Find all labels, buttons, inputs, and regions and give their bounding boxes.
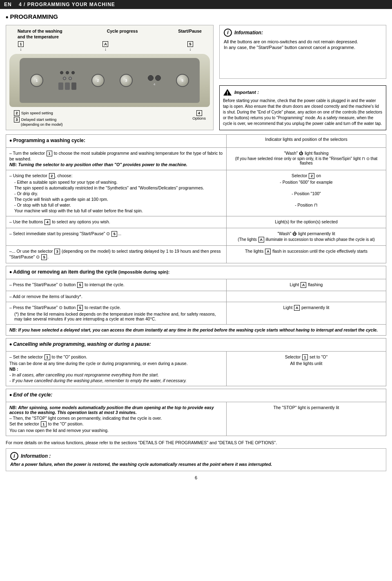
bottom-info-title: i Information : (10, 452, 382, 460)
led-4 (63, 77, 66, 80)
svg-text:!: ! (227, 91, 228, 96)
prog-row2-right: Selector 2 on - Position "600" for examp… (226, 170, 386, 216)
bottom-num4: 4 (196, 110, 202, 116)
label-startpause: Start/Pause (178, 29, 202, 40)
knob-3: 3 (120, 74, 133, 87)
adding-row-3: – Press the "Start/Pause" ⊙ button 5 to … (6, 302, 386, 325)
led-row-bottom (63, 77, 72, 80)
label-cycle: Cycle progress (107, 29, 138, 40)
prog-row-1: – Turn the selector 1 to choose the most… (6, 148, 386, 170)
adding-table: • Adding or removing an item during the … (6, 266, 386, 336)
cancelling-row1-right: Selector 1 set to "O" All the lights unl… (226, 352, 386, 386)
adding-nb-row: NB: If you have selected a delayed start… (6, 325, 386, 336)
section-label: 4 / PROGRAMMING YOUR MACHINE (19, 2, 115, 7)
prog-row5-left: –... Or use the selector 3 (depending on… (6, 246, 227, 263)
prog-row3-right: Light(s) for the option(s) selected (226, 216, 386, 228)
adding-row3-left: – Press the "Start/Pause" ⊙ button 5 to … (6, 302, 227, 325)
warning-title: ! Important : (223, 88, 383, 96)
diagram-num1: 1 (18, 41, 24, 47)
adding-row2-right (226, 291, 386, 302)
important-text: Before starting your machine, check that… (223, 98, 383, 127)
adding-nb: NB: If you have selected a delayed start… (6, 325, 386, 336)
bottom-text: For more details on the various function… (6, 440, 386, 445)
bullet-icon: • (6, 13, 8, 21)
warning-triangle-icon: ! (223, 88, 232, 96)
adding-row3-right: Light A permanently lit (226, 302, 386, 325)
diagram-box: Nature of the washing and the temperatur… (6, 25, 214, 130)
adding-row1-right: Light A flashing (226, 279, 386, 291)
end-cycle-header-row: • End of the cycle: (6, 389, 386, 402)
info-icon: i (224, 29, 232, 37)
end-cycle-left: NB: After spinning, some models automati… (6, 402, 227, 436)
main-content: • PROGRAMMING Nature of the washing and … (0, 9, 392, 484)
knob-1: 1 (30, 74, 43, 87)
prog-row4-left: – Select immediate start by pressing "St… (6, 228, 227, 246)
prog-cycle-left-header: • Programming a washing cycle: (6, 135, 227, 148)
programming-cycle-table: • Programming a washing cycle: Indicator… (6, 134, 386, 263)
page-header: EN 4 / PROGRAMMING YOUR MACHINE (0, 0, 392, 9)
page-number: 6 (6, 475, 386, 480)
page: EN 4 / PROGRAMMING YOUR MACHINE • PROGRA… (0, 0, 392, 581)
prog-row-5: –... Or use the selector 3 (depending on… (6, 246, 386, 263)
washer-display: 1 (20, 58, 200, 103)
info-text2: In any case, the "Start/Pause" button ca… (224, 45, 382, 50)
washer-image: 1 (9, 54, 210, 107)
bottom-info-icon: i (10, 452, 18, 460)
led-5 (69, 77, 72, 80)
cancelling-header-row: • Cancelling while programming, washing … (6, 338, 386, 352)
prog-cycle-right-header: Indicator lights and position of the sel… (226, 135, 386, 148)
lang-label: EN (4, 2, 12, 7)
bottom-num3: 3 (14, 117, 20, 122)
info-box-title: i Information: (224, 29, 382, 37)
diagram-labels-top: Nature of the washing and the temperatur… (9, 29, 210, 40)
adding-row-2: – Add or remove the items of laundry*. (6, 291, 386, 302)
label-nature: Nature of the washing and the temperatur… (18, 29, 67, 40)
end-cycle-header: • End of the cycle: (6, 389, 386, 402)
cancelling-row-1: – Set the selector 1 to the "O" position… (6, 352, 386, 386)
led-1 (60, 71, 63, 74)
adding-header: • Adding or removing an item during the … (6, 266, 386, 279)
led-row-top (60, 71, 75, 74)
led-2 (66, 71, 69, 74)
bottom-info-text: After a power failure, when the power is… (10, 462, 382, 467)
prog-row4-right: "Wash" ⏻ light permanently lit (The ligh… (226, 228, 386, 246)
prog-row1-left: – Turn the selector 1 to choose the most… (6, 148, 227, 170)
end-cycle-row-1: NB: After spinning, some models automati… (6, 402, 386, 436)
cancelling-table: • Cancelling while programming, washing … (6, 338, 386, 386)
prog-row-4: – Select immediate start by pressing "St… (6, 228, 386, 246)
end-cycle-right: The "STOP" light is permanently lit (226, 402, 386, 436)
knob-2: 2 (91, 74, 105, 87)
prog-row5-right: The lights A flash in succession until t… (226, 246, 386, 263)
important-box: ! Important : Before starting your machi… (219, 85, 386, 130)
prog-row-2: – Using the selector 2, choose: - Either… (6, 170, 386, 216)
information-box: i Information: All the buttons are on mi… (219, 25, 386, 79)
adding-row2-left: – Add or remove the items of laundry*. (6, 291, 227, 302)
prog-row2-left: – Using the selector 2, choose: - Either… (6, 170, 227, 216)
diagram-num5: 5 (187, 41, 193, 47)
prog-row1-right: "Wash" ⏻ light flashing (If you have sel… (226, 148, 386, 170)
end-cycle-table: • End of the cycle: NB: After spinning, … (6, 389, 386, 436)
info-boxes: i Information: All the buttons are on mi… (219, 25, 386, 130)
bottom-num2: 2 (14, 110, 20, 116)
led-3 (71, 71, 75, 74)
cancelling-row1-left: – Set the selector 1 to the "O" position… (6, 352, 227, 386)
programming-title: • PROGRAMMING (6, 13, 386, 22)
knob-5: 5 (176, 74, 189, 87)
cancelling-header: • Cancelling while programming, washing … (6, 338, 386, 352)
adding-row1-left: – Press the "Start/Pause" ⊙ button 5 to … (6, 279, 227, 291)
adding-row-1: – Press the "Start/Pause" ⊙ button 5 to … (6, 279, 386, 291)
diagram-numA: A (102, 41, 108, 47)
top-area: Nature of the washing and the temperatur… (6, 25, 386, 130)
info-text1: All the buttons are on micro-switches an… (224, 39, 382, 44)
prog-row-3: – Use the buttons 4 to select any option… (6, 216, 386, 228)
bottom-info-box: i Information : After a power failure, w… (6, 448, 386, 471)
adding-header-row: • Adding or removing an item during the … (6, 266, 386, 279)
prog-row3-left: – Use the buttons 4 to select any option… (6, 216, 227, 228)
